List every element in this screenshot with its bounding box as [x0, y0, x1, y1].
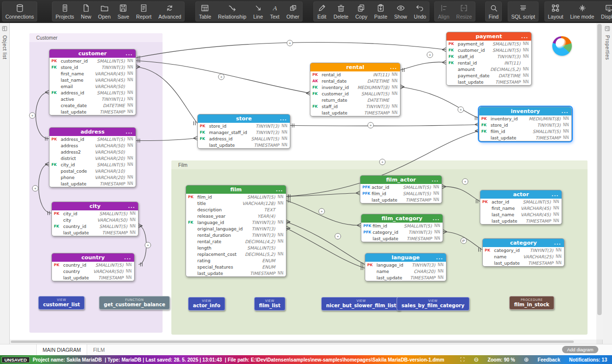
toolbar-button-copy[interactable]: Copy [352, 1, 371, 22]
table-header-city[interactable]: city... [52, 202, 138, 210]
table-field-special_features[interactable]: special_featuresENUM [186, 264, 286, 270]
table-field-active[interactable]: activeTINYINT(1)NN [49, 96, 136, 102]
table-field-last_update[interactable]: last_updateTIMESTAMPNN [479, 135, 571, 141]
vertical-scrollbar[interactable] [596, 23, 603, 340]
table-field-film_id[interactable]: FKfilm_idSMALLINT(5)NN [479, 128, 571, 135]
table-field-payment_date[interactable]: payment_dateDATETIMENN [447, 72, 531, 79]
table-field-city[interactable]: cityVARCHAR(50)NN [52, 217, 138, 223]
table-field-description[interactable]: descriptionTEXT [186, 206, 286, 213]
table-menu-icon[interactable]: ... [124, 253, 131, 262]
table-field-country[interactable]: countryVARCHAR(50)NN [52, 268, 134, 274]
table-film[interactable]: film...PKfilm_idSMALLINT(5)NNtitleVARCHA… [186, 185, 286, 277]
toolbar-button-new[interactable]: New [77, 1, 94, 22]
table-menu-icon[interactable]: ... [128, 202, 135, 210]
table-field-address_id[interactable]: PKaddress_idSMALLINT(5)NN [49, 136, 136, 142]
table-header-inventory[interactable]: inventory... [479, 107, 571, 115]
table-header-country[interactable]: country... [52, 253, 134, 262]
table-field-address2[interactable]: address2VARCHAR(50) [49, 149, 136, 155]
table-menu-icon[interactable]: ... [126, 128, 133, 136]
table-film_category[interactable]: film_category...PFKfilm_idSMALLINT(5)NNP… [361, 214, 443, 242]
table-field-last_name[interactable]: last_nameVARCHAR(45)NN [480, 211, 562, 218]
toolbar-button-line[interactable]: Line [250, 1, 266, 22]
table-field-address_id[interactable]: FKaddress_idSMALLINT(5)NN [49, 90, 136, 96]
table-header-actor[interactable]: actor... [480, 190, 562, 199]
table-menu-icon[interactable]: ... [554, 239, 561, 247]
table-field-postal_code[interactable]: postal_codeVARCHAR(10) [49, 168, 136, 174]
table-field-store_id[interactable]: FKstore_idTINYINT(3)NN [479, 122, 571, 128]
table-field-payment_id[interactable]: PKpayment_idSMALLINT(5)NN [447, 41, 531, 47]
table-field-city_id[interactable]: PKcity_idSMALLINT(5)NN [52, 210, 138, 217]
toolbar-button-text[interactable]: AText [266, 1, 283, 22]
table-field-store_id[interactable]: FKstore_idTINYINT(3)NN [49, 64, 136, 70]
table-field-customer_id[interactable]: FKcustomer_idSMALLINT(5)NN [447, 47, 531, 53]
table-field-last_update[interactable]: last_updateTIMESTAMPNN [361, 235, 443, 242]
table-field-inventory_id[interactable]: FKinventory_idMEDIUMINT(8)NN [310, 84, 400, 91]
table-field-last_update[interactable]: last_updateTIMESTAMPNN [49, 181, 136, 187]
feedback-link[interactable]: Feedback [538, 357, 560, 363]
table-field-language_id[interactable]: FKlanguage_idTINYINT(3)NN [186, 219, 286, 226]
view-nicer_but_slower_film_list[interactable]: VIEWnicer_but_slower_film_list [321, 297, 401, 311]
table-field-replacement_cost[interactable]: replacement_costDECIMAL(5,2)NN [186, 251, 286, 257]
table-field-create_date[interactable]: create_dateDATETIMENN [49, 102, 136, 109]
toolbar-button-projects[interactable]: Projects [52, 1, 77, 22]
view-customer_list[interactable]: VIEWcustomer_list [38, 296, 85, 310]
table-menu-icon[interactable]: ... [562, 107, 568, 115]
table-field-actor_id[interactable]: PFKactor_idSMALLINT(5)NN [360, 184, 442, 190]
table-menu-icon[interactable]: ... [390, 63, 397, 71]
table-field-name[interactable]: nameVARCHAR(25)NN [483, 253, 564, 260]
table-header-customer[interactable]: customer... [49, 49, 136, 58]
table-field-customer_id[interactable]: FKcustomer_idSMALLINT(5)NN [310, 91, 400, 97]
table-field-category_id[interactable]: PKcategory_idTINYINT(3)NN [483, 247, 564, 253]
notifications-link[interactable]: Notifications: 13 [569, 357, 607, 363]
toolbar-button-show[interactable]: Show [391, 1, 410, 22]
horizontal-scrollbar[interactable] [10, 340, 596, 344]
table-header-film_category[interactable]: film_category... [361, 214, 443, 223]
view-sales_by_film_category[interactable]: VIEWsales_by_film_category [397, 297, 470, 311]
table-field-last_update[interactable]: last_updateTIMESTAMPNN [186, 270, 286, 276]
table-field-rental_duration[interactable]: rental_durationTINYINT(3)NN [186, 232, 286, 238]
table-field-title[interactable]: titleVARCHAR(128)NN [186, 200, 286, 206]
table-header-category[interactable]: category... [483, 239, 564, 247]
zoom-out-icon[interactable]: ⊖ [474, 357, 479, 363]
toolbar-button-other[interactable]: Other [283, 1, 303, 22]
table-field-release_year[interactable]: release_yearYEAR(4) [186, 213, 286, 219]
table-header-language[interactable]: language... [365, 253, 446, 262]
function-get_customer_balance[interactable]: FUNCTIONget_customer_balance [99, 296, 170, 310]
tab-main-diagram[interactable]: MAIN DIAGRAM [36, 344, 87, 355]
toolbar-button-align[interactable]: Align [434, 1, 452, 22]
table-field-last_update[interactable]: last_updateTIMESTAMPNN [52, 274, 134, 281]
table-menu-icon[interactable]: ... [276, 185, 283, 194]
object-list-strip[interactable]: Object list [0, 23, 10, 355]
zoom-in-icon[interactable]: ⊕ [524, 357, 529, 363]
table-menu-icon[interactable]: ... [521, 32, 528, 41]
table-film_actor[interactable]: film_actor...PFKactor_idSMALLINT(5)NNPFK… [360, 175, 442, 204]
toolbar-button-open[interactable]: Open [94, 1, 114, 22]
table-category[interactable]: category...PKcategory_idTINYINT(3)NNname… [482, 238, 565, 267]
table-field-staff_id[interactable]: FKstaff_idTINYINT(3)NN [310, 103, 400, 110]
table-field-first_name[interactable]: first_nameVARCHAR(45)NN [480, 205, 562, 211]
table-payment[interactable]: payment...PKpayment_idSMALLINT(5)NNFKcus… [446, 32, 532, 86]
toolbar-button-sql-script[interactable]: SQL script [508, 1, 539, 22]
table-menu-icon[interactable]: ... [433, 214, 440, 223]
toolbar-button-paste[interactable]: Paste [371, 1, 391, 22]
table-field-name[interactable]: nameCHAR(20)NN [365, 268, 446, 274]
toolbar-button-display[interactable]: 1:1Display [598, 1, 612, 22]
table-city[interactable]: city...PKcity_idSMALLINT(5)NNcityVARCHAR… [51, 202, 139, 236]
table-field-rental_rate[interactable]: rental_rateDECIMAL(4,2)NN [186, 238, 286, 245]
table-field-film_id[interactable]: PFKfilm_idSMALLINT(5)NN [361, 223, 443, 229]
table-field-city_id[interactable]: FKcity_idSMALLINT(5)NN [49, 161, 136, 168]
toolbar-button-relationship[interactable]: Relationship [214, 1, 250, 22]
table-field-address[interactable]: addressVARCHAR(50)NN [49, 142, 136, 149]
table-address[interactable]: address...PKaddress_idSMALLINT(5)NNaddre… [49, 127, 136, 187]
table-field-last_update[interactable]: last_updateTIMESTAMPNN [480, 218, 562, 224]
toolbar-button-line-mode[interactable]: Line mode [567, 1, 598, 22]
table-field-inventory_id[interactable]: PKinventory_idMEDIUMINT(8)NN [479, 115, 571, 122]
table-field-last_update[interactable]: last_updateTIMESTAMPNN [52, 229, 138, 236]
toolbar-button-find[interactable]: Find [485, 1, 502, 22]
table-header-film_actor[interactable]: film_actor... [360, 176, 442, 184]
table-field-staff_id[interactable]: FKstaff_idTINYINT(3)NN [447, 53, 531, 60]
toolbar-button-save[interactable]: Save [114, 1, 133, 22]
table-inventory[interactable]: inventory...PKinventory_idMEDIUMINT(8)NN… [479, 107, 572, 141]
table-field-film_id[interactable]: PFKfilm_idSMALLINT(5)NN [360, 190, 442, 197]
table-field-actor_id[interactable]: PKactor_idSMALLINT(5)NN [480, 199, 562, 205]
